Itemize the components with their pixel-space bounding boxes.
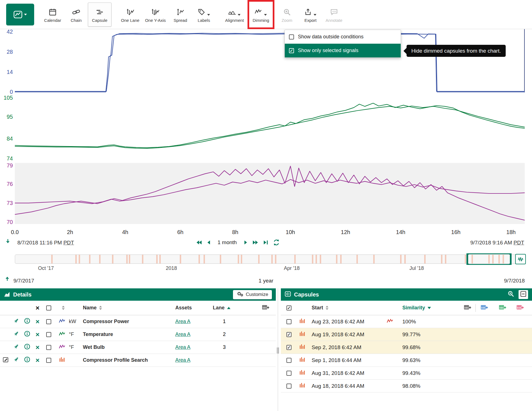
step-back-icon[interactable] (207, 240, 211, 245)
row-checkbox[interactable] (46, 345, 51, 350)
step-to-end-icon[interactable] (263, 240, 268, 245)
selector-left-handle[interactable] (466, 253, 469, 265)
step-back-fast-icon[interactable] (196, 240, 202, 245)
info-icon[interactable] (24, 344, 30, 351)
step-forward-fast-icon[interactable] (252, 240, 258, 245)
column-name[interactable]: Name (83, 305, 97, 311)
capsule-row[interactable]: Aug 18, 2018 6:44 AM98.08% (281, 380, 532, 393)
checkbox-checked-icon[interactable] (289, 48, 294, 53)
capsule-checkbox[interactable] (286, 332, 291, 337)
asset-link[interactable]: Area A (175, 357, 190, 363)
capsule-row[interactable]: Aug 23, 2018 6:42 AM100% (281, 315, 532, 328)
details-row[interactable]: ×°FWet BulbArea A3 (0, 341, 276, 354)
select-all-capsules-checkbox[interactable] (286, 305, 291, 310)
column-assets[interactable]: Assets (175, 305, 212, 311)
capsule-checkbox[interactable] (286, 319, 291, 324)
selector-right-handle[interactable] (509, 253, 512, 265)
toolbar-one-lane-button[interactable]: One Lane (118, 2, 142, 27)
sort-start-icon[interactable] (326, 306, 328, 310)
menu-item-show-data-outside-conditions[interactable]: Show data outside conditions (285, 30, 401, 44)
capsule-mark (159, 255, 161, 263)
info-icon[interactable] (24, 356, 30, 364)
trend-lane-compressor-power[interactable] (15, 29, 525, 92)
toolbar-spread-button[interactable]: Spread (169, 2, 192, 27)
asset-link[interactable]: Area A (175, 331, 190, 337)
select-all-checkbox[interactable] (46, 305, 51, 310)
timebar-capsule-view-button[interactable] (515, 254, 526, 264)
add-column-icon[interactable] (464, 304, 472, 312)
sort-type-icon[interactable] (62, 306, 65, 310)
step-forward-icon[interactable] (244, 240, 248, 245)
rocket-icon[interactable] (13, 318, 19, 325)
capsule-row[interactable]: Aug 31, 2018 6:42 AM99.43% (281, 367, 532, 380)
add-column-icon[interactable] (262, 304, 270, 312)
investigate-range-duration[interactable]: 1 year (259, 278, 274, 284)
column-similarity[interactable]: Similarity (402, 305, 425, 311)
investigate-timebar[interactable] (15, 254, 525, 264)
chain-label: Chain (71, 18, 81, 23)
row-checkbox[interactable] (46, 358, 51, 363)
minus-square-icon (520, 291, 526, 298)
menu-item-show-only-selected-signals[interactable]: Show only selected signals (285, 44, 401, 57)
rocket-icon[interactable] (13, 331, 19, 338)
column-lane[interactable]: Lane (213, 305, 225, 311)
capsule-checkbox[interactable] (286, 358, 291, 363)
rocket-icon[interactable] (13, 344, 19, 351)
trend-lane-temperature[interactable] (15, 95, 525, 160)
column-start[interactable]: Start (312, 305, 323, 311)
checkbox-unchecked-icon[interactable] (289, 34, 294, 39)
rocket-icon[interactable] (13, 356, 19, 364)
toolbar-workbook-button[interactable] (6, 4, 34, 25)
asset-link[interactable]: Area A (175, 344, 190, 350)
calendar-icon (49, 6, 57, 16)
toolbar-alignment-button[interactable]: Alignment (222, 2, 247, 27)
y-axis-tick: 0 (0, 89, 13, 95)
capsule-row[interactable]: Sep 1, 2018 6:44 AM99.63% (281, 354, 532, 367)
sort-name-icon[interactable] (99, 306, 102, 310)
toolbar-export-button[interactable]: Export (299, 2, 322, 27)
details-panel-header: Details Customize (0, 288, 276, 301)
display-range-selector[interactable] (467, 253, 511, 265)
toolbar-labels-button[interactable]: Labels (192, 2, 216, 27)
toolbar-dimming-button[interactable]: Dimming (249, 2, 273, 27)
capsule-checkbox[interactable] (286, 345, 291, 350)
add-column-blue-icon[interactable] (481, 304, 488, 312)
remove-icon[interactable]: × (36, 318, 39, 325)
refresh-icon[interactable] (273, 239, 280, 246)
customize-button[interactable]: Customize (233, 290, 272, 299)
capsule-row[interactable]: Aug 19, 2018 6:42 AM99.77% (281, 328, 532, 341)
details-row[interactable]: ×Compressor Profile SearchArea A (0, 354, 276, 367)
details-row[interactable]: ×°FTemperatureArea A2 (0, 328, 276, 341)
capsule-checkbox[interactable] (286, 384, 291, 389)
details-row[interactable]: ×kWCompressor PowerArea A1 (0, 315, 276, 328)
asset-link[interactable]: Area A (175, 319, 190, 324)
one-lane-icon (126, 6, 134, 16)
toolbar-calendar-button[interactable]: Calendar (41, 2, 64, 27)
add-column-green-icon[interactable] (499, 304, 507, 312)
capsule-icon (299, 331, 305, 338)
remove-icon[interactable]: × (36, 344, 39, 351)
toolbar-chain-button[interactable]: Chain (64, 2, 88, 27)
remove-icon[interactable]: × (36, 357, 39, 364)
row-checkbox[interactable] (46, 332, 51, 337)
timezone-link[interactable]: PDT (63, 240, 74, 246)
toolbar-capsule-button[interactable]: Capsule (88, 3, 111, 27)
capsule-checkbox[interactable] (286, 371, 291, 376)
range-duration[interactable]: 1 month (218, 239, 237, 246)
timezone-link[interactable]: PDT (514, 240, 524, 246)
edit-icon[interactable] (3, 356, 9, 364)
similarity-value: 99.68% (402, 344, 464, 351)
row-checkbox[interactable] (46, 319, 51, 324)
trend-lane-wet-bulb[interactable] (15, 163, 525, 224)
collapse-capsules-button[interactable] (519, 290, 528, 299)
remove-icon[interactable]: × (36, 331, 39, 338)
capsule-row[interactable]: Sep 2, 2018 6:42 AM99.68% (281, 341, 532, 354)
remove-all-icon[interactable]: × (36, 305, 39, 311)
toolbar-one-y-axis-button[interactable]: One Y-Axis (142, 2, 169, 27)
add-column-red-icon[interactable] (517, 304, 524, 312)
info-icon[interactable] (24, 318, 30, 325)
zoom-to-capsule-icon[interactable] (508, 291, 514, 298)
info-icon[interactable] (24, 331, 30, 338)
panel-resize-handle[interactable] (276, 347, 280, 354)
capsule-mark (142, 255, 143, 263)
